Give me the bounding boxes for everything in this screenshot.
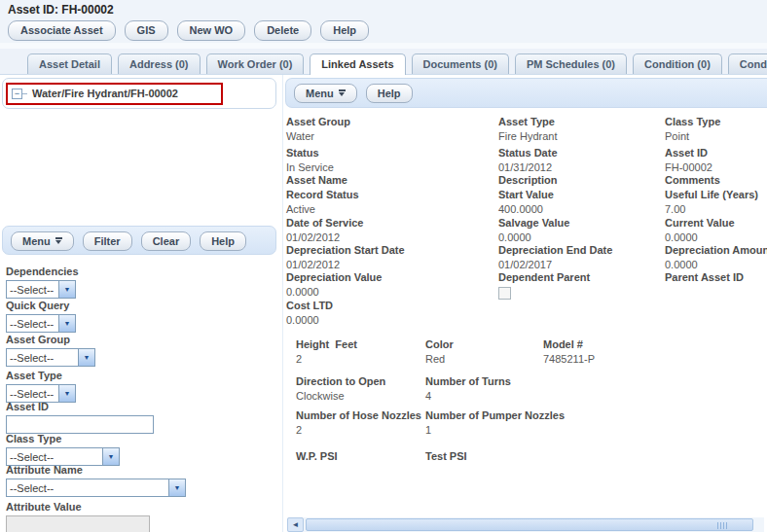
field-label: Salvage Value	[498, 217, 665, 230]
menu-button[interactable]: Menu	[294, 84, 357, 103]
asset-id-input[interactable]	[6, 415, 154, 434]
attribute-value-input[interactable]	[6, 515, 150, 532]
field-label: Height Feet	[296, 338, 425, 351]
field-asset-id: Asset ID	[6, 401, 154, 434]
field-value: Point	[665, 129, 767, 143]
field-label: Depreciation Start Date	[286, 244, 498, 257]
field-value: 01/31/2012	[498, 160, 665, 174]
gis-button[interactable]: GIS	[125, 20, 168, 41]
dependencies-label: Dependencies	[6, 266, 79, 277]
field-label: Asset Name	[286, 174, 498, 187]
filter-form: Dependencies--Select--▼Quick Query--Sele…	[6, 75, 276, 532]
field-class-type: Class Type--Select--▼	[6, 433, 120, 466]
empty-cell	[498, 300, 665, 327]
help-button[interactable]: Help	[366, 84, 413, 103]
field-label: Class Type	[665, 116, 767, 128]
app-window: Asset ID: FH-00002 Associate AssetGISNew…	[0, 0, 767, 532]
field-label: Parent Asset ID	[665, 271, 767, 284]
selected-value: --Select--	[7, 448, 102, 465]
field-value: 7.00	[665, 202, 767, 216]
scroll-left-button[interactable]: ◄	[287, 517, 304, 532]
field-value: 0.0000	[286, 313, 498, 327]
field-value: 01/02/2012	[286, 258, 498, 271]
detail-field-current-value: Current Value0.0000	[665, 217, 767, 244]
field-asset-type: Asset Type--Select--▼	[6, 370, 76, 403]
field-label: Asset Type	[498, 116, 665, 128]
attribute-field-height-feet: Height Feet2	[296, 338, 425, 375]
field-label: Number of Hose Nozzles	[296, 409, 425, 422]
detail-field-parent-asset-id: Parent Asset ID	[665, 271, 767, 300]
field-label: Status	[286, 147, 498, 160]
field-label: Model #	[543, 338, 767, 351]
field-label: Cost LTD	[286, 300, 498, 312]
field-label: Number of Pumper Nozzles	[425, 409, 543, 422]
dependent-parent-checkbox[interactable]	[498, 287, 511, 300]
tab-documents-0[interactable]: Documents (0)	[412, 53, 509, 74]
field-value: 7485211-P	[543, 352, 767, 366]
field-label: Description	[498, 174, 665, 187]
detail-field-useful-life-years: Useful Life (Years)7.00	[665, 189, 767, 217]
delete-button[interactable]: Delete	[254, 20, 311, 41]
menu-dropdown-icon	[339, 89, 346, 96]
detail-field-asset-group: Asset GroupWater	[286, 116, 498, 147]
scrollbar-thumb[interactable]	[306, 518, 753, 531]
detail-field-class-type: Class TypePoint	[665, 116, 767, 147]
field-dependencies: Dependencies--Select--▼	[6, 266, 79, 299]
field-value: In Service	[286, 160, 498, 174]
tab-condition-0[interactable]: Condition (0)	[633, 53, 722, 74]
header: Asset ID: FH-00002 Associate AssetGISNew…	[0, 0, 767, 43]
field-label: Date of Service	[286, 217, 498, 230]
field-value: 2	[296, 352, 425, 366]
field-value: 0.0000	[665, 231, 767, 244]
attribute-value-label: Attribute Value	[6, 501, 150, 513]
quick-query-select[interactable]: --Select--▼	[6, 314, 76, 333]
attribute-name-label: Attribute Name	[6, 464, 186, 476]
tab-strip: Asset DetailAddress (0)Work Order (0)Lin…	[0, 49, 767, 74]
field-value: Water	[286, 129, 498, 143]
attribute-field-direction-to-open: Direction to OpenClockwise	[296, 375, 425, 409]
field-label: Useful Life (Years)	[665, 189, 767, 201]
scrollbar-grip-icon	[717, 522, 728, 529]
tab-asset-detail[interactable]: Asset Detail	[27, 53, 112, 74]
field-label: W.P. PSI	[296, 450, 425, 463]
attribute-field-test-psi: Test PSI	[425, 450, 543, 470]
asset-group-select[interactable]: --Select--▼	[6, 348, 95, 367]
associate-asset-button[interactable]: Associate Asset	[8, 20, 116, 41]
detail-field-cost-ltd: Cost LTD0.0000	[286, 300, 498, 327]
field-label: Comments	[665, 174, 767, 187]
selected-value: --Select--	[7, 479, 168, 496]
field-label: Depreciation End Date	[498, 244, 665, 257]
dropdown-arrow-icon: ▼	[168, 479, 185, 496]
field-label: Depreciation Value	[286, 271, 498, 284]
detail-field-status-date: Status Date01/31/2012	[498, 147, 665, 174]
detail-field-dependent-parent: Dependent Parent	[498, 271, 665, 300]
empty-cell	[543, 450, 767, 470]
tab-pm-schedules-0[interactable]: PM Schedules (0)	[515, 53, 627, 74]
detail-field-asset-type: Asset TypeFire Hydrant	[498, 116, 665, 147]
dropdown-arrow-icon: ▼	[58, 315, 75, 332]
tab-address-0[interactable]: Address (0)	[118, 53, 201, 74]
field-label: Depreciation Amount	[665, 244, 767, 257]
dropdown-arrow-icon: ▼	[78, 349, 94, 366]
help-button[interactable]: Help	[320, 20, 369, 41]
details-panel: MenuHelp Asset GroupWaterAsset TypeFire …	[282, 75, 767, 532]
tab-condition-assessment-0[interactable]: Condition Assessment (0)	[728, 53, 767, 74]
field-value: 4	[425, 389, 543, 403]
horizontal-scrollbar[interactable]: ◄	[287, 517, 764, 532]
attribute-field-number-of-pumper-nozzles: Number of Pumper Nozzles1	[425, 409, 543, 450]
detail-field-start-value: Start Value400.0000	[498, 189, 665, 217]
selected-value: --Select--	[7, 315, 58, 332]
quick-query-label: Quick Query	[6, 300, 76, 311]
tab-linked-assets[interactable]: Linked Assets	[310, 53, 405, 75]
detail-field-depreciation-start-date: Depreciation Start Date01/02/2012	[286, 244, 498, 271]
dependencies-select[interactable]: --Select--▼	[6, 280, 76, 299]
attribute-name-select[interactable]: --Select--▼	[6, 479, 186, 497]
asset-type-label: Asset Type	[6, 370, 76, 381]
field-label: Dependent Parent	[498, 271, 665, 284]
field-value: 2	[296, 423, 425, 437]
tab-work-order-0[interactable]: Work Order (0)	[206, 53, 305, 74]
new-wo-button[interactable]: New WO	[177, 20, 246, 41]
field-label: Color	[425, 338, 543, 351]
field-value: 01/02/2017	[498, 258, 665, 271]
details-toolbar: MenuHelp	[285, 78, 767, 108]
